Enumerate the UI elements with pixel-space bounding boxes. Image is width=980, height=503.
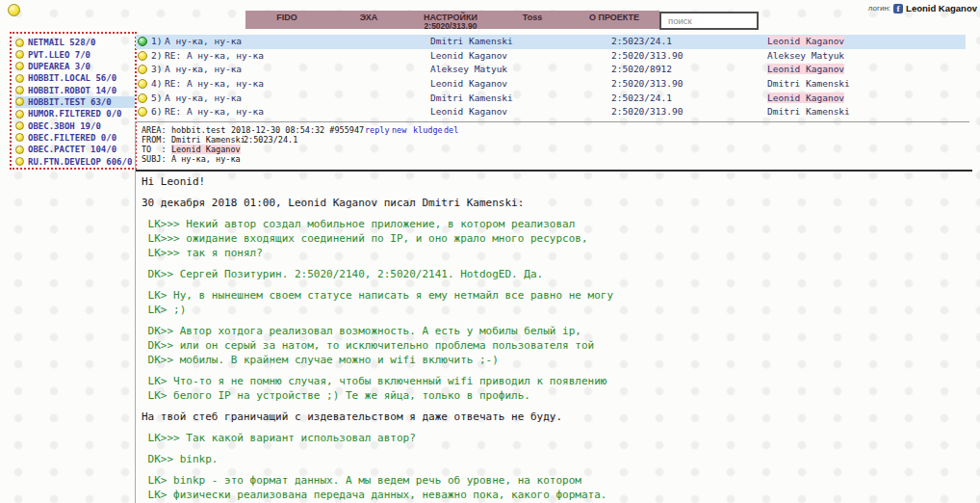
body-quote-line: LK>>> ожидание входящих соединений по IP… [142,232,969,247]
body-line: На твой стеб граничащий с издевательство… [142,410,969,425]
sidebar-item-obec-filtered[interactable]: OBEC.FILTERED 0/0 [15,132,135,144]
message-row[interactable]: 6)RE: А ну-ка, ну-каLeonid Kaganov2:5020… [136,105,966,119]
message-list: 1)А ну-ка, ну-каDmitri Kamenski2:5023/24… [136,35,980,119]
message-address: 2:5023/24.1 [611,36,672,46]
message-to: Leonid Kaganov [767,93,844,103]
subj-label: SUBJ: [142,154,167,164]
menu-item-echoes[interactable]: ЭХА [360,13,378,21]
top-menubar: FIDO ЭХА НАСТРОЙКИ 2:5020/313.90 Toss О … [245,11,659,29]
message-address: 2:5020/313.90 [611,106,683,117]
body-line [142,318,969,325]
reply-link[interactable]: reply [365,125,390,135]
sidebar-item-obec-3boh[interactable]: OBEC.3BOH 19/0 [15,119,135,131]
kludge-link[interactable]: kludge [413,125,443,135]
message-address: 2:5020/8912 [611,64,672,74]
body-line [142,211,969,218]
echo-label: OBEC.PACTET 104/0 [28,145,116,154]
echo-label: DUPEAREA 3/0 [28,62,90,71]
message-to: Dmitri Kamenski [767,78,850,89]
header-area-line: AREA: hobbit.test 2018-12-30 08:54:32 #9… [136,125,973,135]
sidebar-item-pvt-lleo[interactable]: PVT.LLEO 7/0 [15,48,135,60]
body-quote-line: DK>> Сергей Позитурин. 2:5020/2140, 2:50… [142,268,969,282]
sidebar-item-ru-ftn-develop[interactable]: RU.FTN.DEVELOP 606/0 [15,155,135,167]
message-subject: А ну-ка, ну-ка [165,64,242,74]
del-link[interactable]: del [444,125,458,135]
echo-icon [15,110,24,119]
message-row[interactable]: 5)А ну-ка, ну-каDmitri Kamenski2:5023/24… [136,92,966,106]
from-label: FROM: [142,135,167,145]
message-row[interactable]: 4)RE: А ну-ка, ну-каLeonid Kaganov2:5020… [136,77,966,92]
message-number: 6) [151,106,162,117]
message-from: Dmitri Kamenski [430,93,513,103]
search-input[interactable] [659,12,759,30]
message-header: AREA: hobbit.test 2018-12-30 08:54:32 #9… [136,125,973,164]
body-quote-line: LK> физически реализована передача данны… [142,489,969,503]
to-label: TO : [142,145,167,154]
message-icon [138,65,147,74]
login-label: логин: [868,4,890,13]
body-quote-line: DK>> мобилы. В крайнем случае можно и wi… [142,354,969,368]
echo-label: OBEC.3BOH 19/0 [28,121,101,131]
menu-item-toss[interactable]: Toss [523,13,542,21]
echo-icon [15,50,24,59]
menu-item-fido[interactable]: FIDO [276,13,297,21]
message-number: 3) [151,64,162,74]
body-quote-line: LK> binkp - это формат данных. А мы веде… [142,474,969,489]
body-quote-line: LK> Что-то я не помню случая, чтобы вклю… [142,375,969,389]
menu-item-settings[interactable]: НАСТРОЙКИ 2:5020/313.90 [424,13,477,30]
login-username[interactable]: Leonid Kaganov [906,3,977,13]
echo-icon [15,157,24,166]
echo-icon [15,97,24,106]
message-number: 2) [151,50,162,61]
message-subject: RE: А ну-ка, ну-ка [165,78,264,89]
menu-item-about[interactable]: О ПРОЕКТЕ [589,13,639,21]
body-line [142,368,969,375]
message-number: 5) [151,93,162,103]
message-datetime: 2018-12-30 08:54:32 #955947 [231,125,364,135]
body-line [142,282,969,289]
message-to: Dmitri Kamenski [767,106,850,117]
sidebar-item-netmail[interactable]: NETMAIL 528/0 [15,37,135,48]
message-row[interactable]: 3)А ну-ка, ну-каAleksey Matyuk2:5020/891… [136,63,966,77]
from-value: Dmitri Kamenski [171,135,245,145]
sidebar-item-hobbit-local[interactable]: HOBBIT.LOCAL 56/0 [15,72,135,84]
message-from: Leonid Kaganov [430,106,507,117]
sidebar-item-obec-pactet[interactable]: OBEC.PACTET 104/0 [15,144,135,155]
message-address: 2:5020/313.90 [611,78,683,89]
sidebar-item-humor-filtered[interactable]: HUMOR.FILTERED 0/0 [15,108,135,119]
body-quote-line: LK> белого IP на устройстве ;) Те же яйц… [142,389,969,404]
message-subject: RE: А ну-ка, ну-ка [165,106,264,117]
sidebar-item-hobbit-test[interactable]: HOBBIT.TEST 63/0 [15,96,135,108]
sidebar-item-dupearea[interactable]: DUPEAREA 3/0 [15,61,135,72]
fido-webmail-page: FIDO ЭХА НАСТРОЙКИ 2:5020/313.90 Toss О … [0,0,980,503]
echo-icon [15,74,24,83]
body-line [142,404,969,410]
message-subject: А ну-ка, ну-ка [165,36,242,46]
message-from: Dmitri Kamenski [430,36,513,46]
message-row[interactable]: 2)RE: А ну-ка, ну-каLeonid Kaganov2:5020… [136,49,966,64]
message-icon [138,79,147,89]
sidebar-item-hobbit-robot[interactable]: HOBBIT.ROBOT 14/0 [15,84,135,95]
menu-item-settings-address: 2:5020/313.90 [424,22,477,30]
login-area: логин: f Leonid Kaganov [868,3,977,13]
echo-icon [15,133,24,142]
from-address: 2:5023/24.1 [244,135,297,145]
body-line [142,261,969,268]
body-quote-line: DK>> Автор хотдога реализовал возможност… [142,325,969,339]
echo-label: NETMAIL 528/0 [28,38,95,47]
message-icon [138,51,147,61]
body-line: 30 декабря 2018 01:00, Leonid Kaganov пи… [142,197,969,211]
body-quote-line: LK>>> Так какой вариант использовал авто… [142,432,969,446]
area-value: hobbit.test [171,125,225,135]
message-number: 4) [151,78,162,89]
message-from: Aleksey Matyuk [430,64,507,74]
list-separator-line [136,121,969,122]
message-row[interactable]: 1)А ну-ка, ну-каDmitri Kamenski2:5023/24… [136,35,966,49]
body-quote-line: LK> Ну, в нынешнем своем статусе написат… [142,289,969,304]
new-link[interactable]: new [392,125,406,135]
body-quote-line: DK>> или он серый за натом, то исключите… [142,339,969,354]
echo-label: HOBBIT.ROBOT 14/0 [28,86,116,95]
message-subject: А ну-ка, ну-ка [165,93,242,103]
body-quote-line: DK>> binkp. [142,453,969,467]
echo-icon [15,62,24,70]
